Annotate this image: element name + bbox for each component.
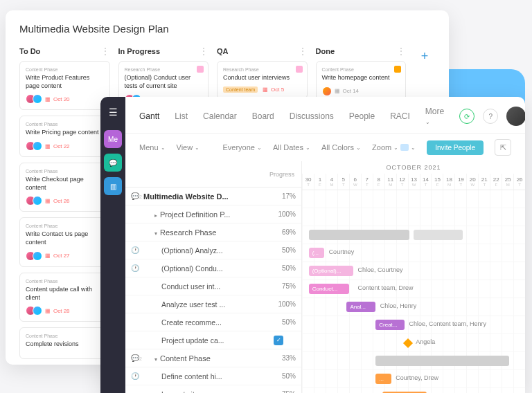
gantt-row[interactable]: ▾Research Phase69%: [125, 223, 301, 241]
kanban-card[interactable]: Content PhaseContent update call with cl…: [19, 273, 110, 322]
col-menu-icon[interactable]: ⋮: [100, 46, 110, 57]
day-column: 18M: [443, 174, 454, 190]
kanban-card[interactable]: Content PhaseWrite Product Features page…: [19, 61, 110, 110]
gantt-bar[interactable]: [309, 230, 409, 240]
comment-icon: 💬2: [131, 354, 143, 362]
zoom-control[interactable]: Zoom ⌄ ⌄: [372, 143, 416, 152]
day-column: 12T: [396, 174, 408, 190]
kanban-card[interactable]: Content PhaseWrite Contact Us page conte…: [19, 217, 110, 266]
export-icon[interactable]: ⇱: [495, 139, 511, 156]
kanban-col-todo: To Do⋮ Content PhaseWrite Product Featur…: [19, 46, 110, 365]
gantt-bar[interactable]: Creat...: [375, 320, 405, 330]
tab-list[interactable]: List: [175, 111, 188, 121]
day-column: 6W: [349, 174, 361, 190]
caret-right-icon: ▸: [154, 212, 157, 219]
tab-discussions[interactable]: Discussions: [290, 111, 334, 121]
gantt-row[interactable]: 💬2Multimedia Website D...17%: [125, 188, 301, 205]
status-square: [296, 66, 303, 73]
gantt-row[interactable]: Lay out sitemap75%: [125, 385, 301, 393]
colors-filter[interactable]: All Colors ⌄: [321, 143, 361, 152]
status-square: [197, 66, 204, 73]
gantt-row[interactable]: 🕐Define content hi...50%: [125, 367, 301, 385]
gantt-toolbar: Menu ⌄ View ⌄ Everyone ⌄ All Dates ⌄ All…: [100, 134, 525, 161]
gantt-row[interactable]: 🕐(Optional) Analyz...50%: [125, 241, 301, 259]
gantt-row[interactable]: 🕐(Optional) Condu...50%: [125, 259, 301, 277]
app-logo-icon[interactable]: ☰: [109, 107, 118, 118]
gantt-bar[interactable]: Conduct...: [309, 284, 349, 294]
gantt-task-list: Progress 💬2Multimedia Website D...17% ▸P…: [125, 161, 302, 393]
tab-gantt[interactable]: Gantt: [139, 111, 159, 121]
gantt-row[interactable]: Project update ca...✓: [125, 331, 301, 349]
day-column: 15F: [431, 174, 443, 190]
day-column: 11M: [384, 174, 396, 190]
clock-icon: 🕐: [131, 264, 143, 272]
clock-icon: 🕐: [131, 372, 143, 380]
help-icon[interactable]: ?: [483, 109, 498, 124]
day-column: 5T: [337, 174, 349, 190]
gantt-bar[interactable]: (Optional)...: [309, 266, 353, 276]
dates-filter[interactable]: All Dates ⌄: [273, 143, 310, 152]
gantt-timeline[interactable]: OCTOBER 2021 30T1F4M5T6W7T8F11M12T13W14T…: [302, 161, 525, 393]
gantt-bar[interactable]: [375, 356, 509, 366]
day-column: 13W: [408, 174, 420, 190]
everyone-filter[interactable]: Everyone ⌄: [222, 143, 261, 152]
caret-down-icon: ▾: [154, 230, 157, 237]
kanban-title: Multimedia Website Design Plan: [19, 23, 435, 35]
timeline-days: 30T1F4M5T6W7T8F11M12T13W14T15F18M19T20W2…: [302, 174, 525, 190]
kanban-card[interactable]: Content PhaseWrite Checkout page content…: [19, 163, 110, 212]
activity-icon[interactable]: ⟳: [459, 109, 475, 124]
day-column: 19T: [454, 174, 466, 190]
day-column: 14T: [420, 174, 432, 190]
chevron-down-icon: ⌄: [425, 119, 430, 125]
col-menu-icon[interactable]: ⋮: [199, 46, 209, 57]
tab-raci[interactable]: RACI: [390, 111, 410, 121]
day-column: 22F: [490, 174, 502, 190]
clock-icon: 🕐: [131, 246, 143, 254]
day-column: 20W: [466, 174, 478, 190]
tab-more[interactable]: More ⌄: [425, 107, 444, 126]
caret-down-icon: ▾: [154, 356, 157, 363]
col-name: To Do: [19, 47, 40, 55]
kanban-card[interactable]: Content PhaseWrite homepage content▦Oct …: [316, 61, 407, 102]
tab-board[interactable]: Board: [252, 111, 274, 121]
view-dropdown[interactable]: View ⌄: [177, 143, 200, 152]
invite-people-button[interactable]: Invite People: [427, 140, 484, 155]
tab-people[interactable]: People: [349, 111, 375, 121]
day-column: 21T: [478, 174, 490, 190]
kanban-card[interactable]: Content PhaseWrite Pricing page content▦…: [19, 116, 110, 157]
day-column: 1F: [314, 174, 326, 190]
col-menu-icon[interactable]: ⋮: [396, 46, 406, 57]
gantt-row[interactable]: ▸Project Definition P...100%: [125, 205, 301, 223]
sidebar-chat-button[interactable]: 💬: [104, 154, 122, 172]
day-column: 7T: [361, 174, 373, 190]
gantt-row[interactable]: 💬2▾Content Phase33%: [125, 349, 301, 367]
tab-calendar[interactable]: Calendar: [203, 111, 237, 121]
gantt-panel: Gantt List Calendar Board Discussions Pe…: [100, 97, 525, 393]
gantt-row[interactable]: Create recomme...50%: [125, 313, 301, 331]
gantt-bar[interactable]: (...: [309, 248, 325, 258]
gantt-bar[interactable]: Anal...: [346, 302, 375, 312]
day-column: 30T: [302, 174, 314, 190]
gantt-bar[interactable]: ...: [375, 374, 391, 384]
sidebar-charts-button[interactable]: ▥: [104, 177, 122, 195]
checkbox-checked-icon[interactable]: ✓: [274, 336, 283, 345]
gantt-row[interactable]: Analyze user test ...100%: [125, 295, 301, 313]
menu-dropdown[interactable]: Menu ⌄: [139, 143, 166, 152]
kanban-card[interactable]: Content PhaseComplete revisions: [19, 327, 110, 359]
user-avatar[interactable]: [506, 107, 525, 126]
sidebar-me-button[interactable]: Me: [104, 130, 122, 148]
gantt-row[interactable]: Conduct user int...75%: [125, 277, 301, 295]
gantt-bar[interactable]: [414, 230, 463, 240]
calendar-icon: ▦: [45, 96, 51, 102]
app-sidebar: ☰ Me 💬 ▥: [100, 97, 125, 393]
milestone-diamond-icon[interactable]: [403, 338, 413, 348]
avatars: [26, 94, 42, 104]
add-column-button[interactable]: +: [414, 46, 435, 66]
status-square: [394, 66, 401, 73]
progress-header: Progress: [269, 171, 294, 178]
day-column: 26T: [513, 174, 525, 190]
view-tabs: Gantt List Calendar Board Discussions Pe…: [100, 97, 525, 134]
day-column: 25M: [502, 174, 513, 190]
col-menu-icon[interactable]: ⋮: [298, 46, 308, 57]
kanban-card[interactable]: Research PhaseConduct user interviewsCon…: [217, 61, 308, 99]
